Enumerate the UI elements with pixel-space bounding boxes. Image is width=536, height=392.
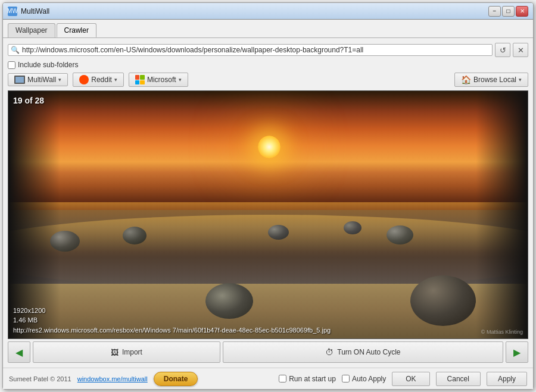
browse-local-label: Browse Local xyxy=(473,76,516,84)
tab-crawler[interactable]: Crawler xyxy=(57,23,96,37)
url-input-wrap: 🔍 xyxy=(8,44,493,56)
run-startup-checkbox[interactable] xyxy=(279,375,286,382)
windows-icon xyxy=(135,75,145,84)
website-link[interactable]: windowbox.me/multiwall xyxy=(77,375,148,382)
auto-apply-label: Auto Apply xyxy=(352,375,386,383)
minimize-button[interactable]: − xyxy=(488,6,501,17)
chevron-down-icon-2: ▾ xyxy=(114,77,117,83)
auto-cycle-button[interactable]: ⏱ Turn ON Auto Cycle xyxy=(223,341,503,363)
monitor-icon xyxy=(14,76,25,84)
browse-local-button[interactable]: 🏠 Browse Local ▾ xyxy=(454,73,528,87)
tabs-bar: Wallpaper Crawler xyxy=(3,20,533,37)
image-counter: 19 of 28 xyxy=(13,96,44,105)
auto-cycle-label: Turn ON Auto Cycle xyxy=(337,348,400,356)
next-button[interactable]: ▶ xyxy=(506,341,528,363)
subfolder-label: Include sub-folders xyxy=(18,61,78,69)
subfolder-checkbox[interactable] xyxy=(8,61,15,69)
image-filesize: 1.46 MB xyxy=(13,315,331,325)
import-icon: 🖼 xyxy=(111,348,119,357)
image-info: 1920x1200 1.46 MB http://res2.windows.mi… xyxy=(13,306,331,335)
search-icon: 🔍 xyxy=(11,46,20,54)
image-url: http://res2.windows.microsoft.com/resbox… xyxy=(13,325,331,335)
image-resolution: 1920x1200 xyxy=(13,306,331,316)
source-microsoft-label: Microsoft xyxy=(147,76,176,84)
timer-icon: ⏱ xyxy=(325,347,334,357)
home-icon: 🏠 xyxy=(461,75,471,84)
source-microsoft-button[interactable]: Microsoft ▾ xyxy=(129,73,188,87)
window-title: MultiWall xyxy=(21,7,488,15)
sources-bar: MultiWall ▾ Reddit ▾ Microsoft ▾ 🏠 xyxy=(8,73,528,87)
cancel-button[interactable]: Cancel xyxy=(436,372,481,386)
image-viewer: 19 of 28 1920x1200 1.46 MB http://res2.w… xyxy=(8,90,528,339)
chevron-down-icon-3: ▾ xyxy=(179,77,182,83)
subfolder-row: Include sub-folders xyxy=(8,61,528,69)
reddit-icon xyxy=(79,75,89,84)
chevron-down-icon-4: ▾ xyxy=(519,77,522,83)
ok-button[interactable]: OK xyxy=(392,372,429,386)
run-startup-group: Run at start up xyxy=(279,375,336,383)
source-multiwall-label: MultiWall xyxy=(27,76,56,84)
refresh-button[interactable]: ↺ xyxy=(495,43,510,57)
url-input[interactable] xyxy=(22,46,490,54)
window-controls: − □ ✕ xyxy=(488,6,528,17)
auto-apply-checkbox[interactable] xyxy=(342,375,350,382)
footer: Sumeet Patel © 2011 windowbox.me/multiwa… xyxy=(3,368,533,389)
apply-button[interactable]: Apply xyxy=(487,372,527,386)
tab-wallpaper[interactable]: Wallpaper xyxy=(8,23,55,37)
prev-button[interactable]: ◀ xyxy=(8,341,30,363)
main-window: MW MultiWall − □ ✕ Wallpaper Crawler 🔍 ↺… xyxy=(2,2,534,390)
auto-apply-group: Auto Apply xyxy=(342,375,386,383)
chevron-down-icon: ▾ xyxy=(58,77,61,83)
url-bar: 🔍 ↺ ✕ xyxy=(8,43,528,57)
source-reddit-label: Reddit xyxy=(91,76,112,84)
copyright-text: Sumeet Patel © 2011 xyxy=(9,375,71,382)
bottom-controls: ◀ 🖼 Import ⏱ Turn ON Auto Cycle ▶ xyxy=(8,341,528,363)
content-area: 🔍 ↺ ✕ Include sub-folders MultiWall ▾ Re… xyxy=(3,37,533,368)
import-button[interactable]: 🖼 Import xyxy=(33,341,220,363)
run-startup-label: Run at start up xyxy=(289,375,336,383)
donate-button[interactable]: Donate xyxy=(154,372,198,386)
maximize-button[interactable]: □ xyxy=(502,6,515,17)
app-icon: MW xyxy=(8,7,17,16)
wallpaper-scene xyxy=(8,91,528,338)
source-reddit-button[interactable]: Reddit ▾ xyxy=(73,73,124,87)
title-bar: MW MultiWall − □ ✕ xyxy=(3,3,533,20)
image-credit: © Mattias Klinting xyxy=(481,329,523,335)
close-button[interactable]: ✕ xyxy=(516,6,528,17)
clear-url-button[interactable]: ✕ xyxy=(513,43,528,57)
import-label: Import xyxy=(122,348,142,356)
source-multiwall-button[interactable]: MultiWall ▾ xyxy=(8,73,68,86)
